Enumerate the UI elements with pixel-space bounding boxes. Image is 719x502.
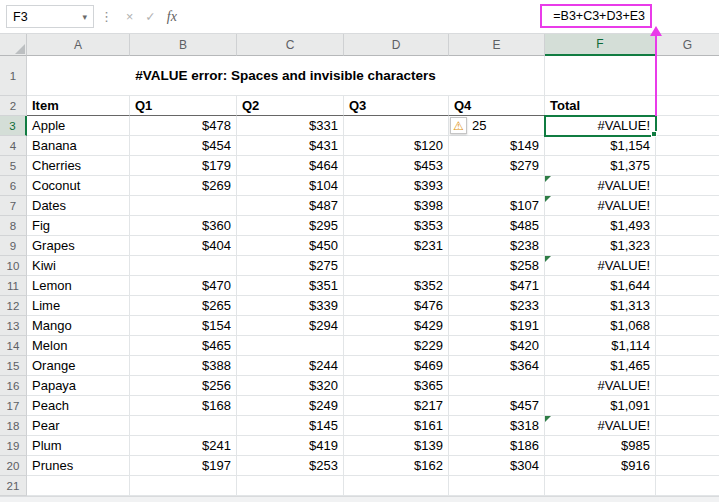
cell-A15[interactable]: Orange: [27, 356, 130, 376]
cell-D6[interactable]: $393: [344, 176, 449, 196]
cell-A19[interactable]: Plum: [27, 436, 130, 456]
cell-F3[interactable]: #VALUE!: [545, 116, 656, 136]
name-box[interactable]: F3 ▾: [6, 5, 94, 28]
row-header-5[interactable]: 5: [0, 156, 27, 176]
cell-A21[interactable]: [27, 476, 130, 496]
cell-A16[interactable]: Papaya: [27, 376, 130, 396]
row-header-10[interactable]: 10: [0, 256, 27, 276]
row-header-1[interactable]: 1: [0, 56, 27, 96]
cell-D15[interactable]: $469: [344, 356, 449, 376]
header-cell-q3[interactable]: Q3: [344, 96, 449, 116]
cell-E6[interactable]: [449, 176, 545, 196]
cell-D13[interactable]: $429: [344, 316, 449, 336]
cell-B3[interactable]: $478: [130, 116, 237, 136]
row-header-12[interactable]: 12: [0, 296, 27, 316]
cell-D20[interactable]: $162: [344, 456, 449, 476]
cell-C13[interactable]: $294: [237, 316, 344, 336]
cell-E11[interactable]: $471: [449, 276, 545, 296]
row-header-17[interactable]: 17: [0, 396, 27, 416]
row-header-9[interactable]: 9: [0, 236, 27, 256]
cell-C10[interactable]: $275: [237, 256, 344, 276]
cell-A5[interactable]: Cherries: [27, 156, 130, 176]
cell-A9[interactable]: Grapes: [27, 236, 130, 256]
more-options-icon[interactable]: ⋮: [100, 9, 113, 24]
cell-E3[interactable]: ⚠25: [449, 116, 545, 136]
cell-A4[interactable]: Banana: [27, 136, 130, 156]
cell-G18[interactable]: [656, 416, 719, 436]
cell-F6[interactable]: #VALUE!: [545, 176, 656, 196]
cell-G17[interactable]: [656, 396, 719, 416]
cell-D4[interactable]: $120: [344, 136, 449, 156]
row-header-2[interactable]: 2: [0, 96, 27, 116]
cell-G14[interactable]: [656, 336, 719, 356]
cell-B15[interactable]: $388: [130, 356, 237, 376]
cell-F8[interactable]: $1,493: [545, 216, 656, 236]
cell-C12[interactable]: $339: [237, 296, 344, 316]
row-header-7[interactable]: 7: [0, 196, 27, 216]
cell-F11[interactable]: $1,644: [545, 276, 656, 296]
cell-C16[interactable]: $320: [237, 376, 344, 396]
cell-C21[interactable]: [237, 476, 344, 496]
cell-B17[interactable]: $168: [130, 396, 237, 416]
cell-B7[interactable]: [130, 196, 237, 216]
cancel-icon[interactable]: ×: [126, 10, 133, 24]
cell-F20[interactable]: $916: [545, 456, 656, 476]
cell-F5[interactable]: $1,375: [545, 156, 656, 176]
cell-B16[interactable]: $256: [130, 376, 237, 396]
cell-D14[interactable]: $229: [344, 336, 449, 356]
cell-B10[interactable]: [130, 256, 237, 276]
cell-E7[interactable]: $107: [449, 196, 545, 216]
cell-B11[interactable]: $470: [130, 276, 237, 296]
cell-B12[interactable]: $265: [130, 296, 237, 316]
cell-C6[interactable]: $104: [237, 176, 344, 196]
cell-D9[interactable]: $231: [344, 236, 449, 256]
cell-D5[interactable]: $453: [344, 156, 449, 176]
cell-A18[interactable]: Pear: [27, 416, 130, 436]
cell-A8[interactable]: Fig: [27, 216, 130, 236]
cell-D11[interactable]: $352: [344, 276, 449, 296]
cell-G16[interactable]: [656, 376, 719, 396]
cell-G13[interactable]: [656, 316, 719, 336]
row-header-21[interactable]: 21: [0, 476, 27, 496]
fill-handle[interactable]: [651, 131, 657, 137]
cell-E12[interactable]: $233: [449, 296, 545, 316]
cell-B21[interactable]: [130, 476, 237, 496]
header-cell-q1[interactable]: Q1: [130, 96, 237, 116]
cell-A3[interactable]: Apple: [27, 116, 130, 136]
cell-A13[interactable]: Mango: [27, 316, 130, 336]
cell-D17[interactable]: $217: [344, 396, 449, 416]
cell-B18[interactable]: [130, 416, 237, 436]
column-header-C[interactable]: C: [237, 34, 344, 56]
cell-C14[interactable]: [237, 336, 344, 356]
cell-F7[interactable]: #VALUE!: [545, 196, 656, 216]
cell-E18[interactable]: $318: [449, 416, 545, 436]
row-header-15[interactable]: 15: [0, 356, 27, 376]
cell-B9[interactable]: $404: [130, 236, 237, 256]
row-header-3[interactable]: 3: [0, 116, 27, 136]
cell-G10[interactable]: [656, 256, 719, 276]
cell-C20[interactable]: $253: [237, 456, 344, 476]
column-header-D[interactable]: D: [344, 34, 449, 56]
cell-D18[interactable]: $161: [344, 416, 449, 436]
cell-C7[interactable]: $487: [237, 196, 344, 216]
cell-G3[interactable]: [656, 116, 719, 136]
row-header-16[interactable]: 16: [0, 376, 27, 396]
row-header-18[interactable]: 18: [0, 416, 27, 436]
cell-G9[interactable]: [656, 236, 719, 256]
cell-D16[interactable]: $365: [344, 376, 449, 396]
row-header-11[interactable]: 11: [0, 276, 27, 296]
cell-B4[interactable]: $454: [130, 136, 237, 156]
cell-A11[interactable]: Lemon: [27, 276, 130, 296]
cell-G7[interactable]: [656, 196, 719, 216]
cell-E16[interactable]: [449, 376, 545, 396]
column-header-B[interactable]: B: [130, 34, 237, 56]
cell-B5[interactable]: $179: [130, 156, 237, 176]
cell-E10[interactable]: $258: [449, 256, 545, 276]
cell-F15[interactable]: $1,465: [545, 356, 656, 376]
cell-G12[interactable]: [656, 296, 719, 316]
cell-A7[interactable]: Dates: [27, 196, 130, 216]
cell-F17[interactable]: $1,091: [545, 396, 656, 416]
error-options-button[interactable]: ⚠: [450, 117, 467, 134]
column-header-G[interactable]: G: [656, 34, 719, 56]
cell-A14[interactable]: Melon: [27, 336, 130, 356]
